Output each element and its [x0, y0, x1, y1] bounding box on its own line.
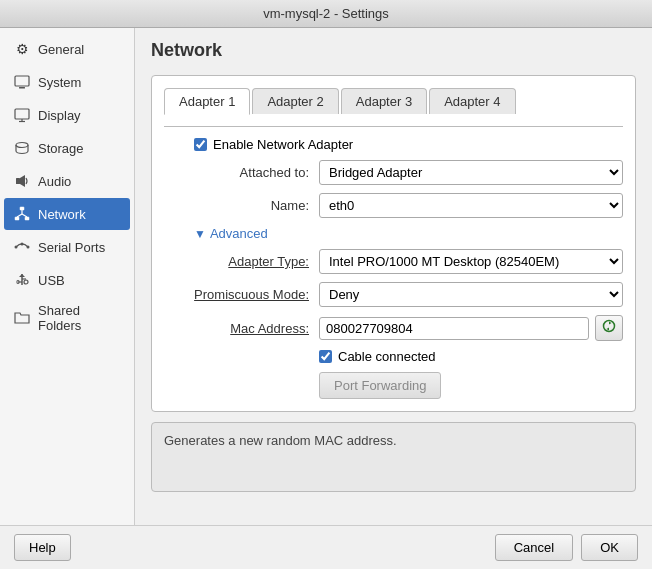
- network-icon: [12, 204, 32, 224]
- sidebar-item-general[interactable]: ⚙ General: [4, 33, 130, 65]
- promiscuous-control: Deny: [319, 282, 623, 307]
- sidebar: ⚙ General System Display Storage Audio: [0, 28, 135, 525]
- svg-rect-0: [15, 76, 29, 86]
- sidebar-item-network[interactable]: Network: [4, 198, 130, 230]
- mac-address-control: 080027709804: [319, 315, 623, 341]
- adapter-type-row: Adapter Type: Intel PRO/1000 MT Desktop …: [164, 249, 623, 274]
- audio-icon: [12, 171, 32, 191]
- page-title: Network: [151, 40, 636, 61]
- name-select[interactable]: eth0: [319, 193, 623, 218]
- svg-point-5: [16, 143, 28, 148]
- help-button[interactable]: Help: [14, 534, 71, 561]
- sidebar-label-general: General: [38, 42, 84, 57]
- name-label: Name:: [164, 198, 319, 213]
- info-box: Generates a new random MAC address.: [151, 422, 636, 492]
- sidebar-item-shared-folders[interactable]: Shared Folders: [4, 297, 130, 339]
- svg-rect-8: [20, 207, 24, 210]
- main-content: Network Adapter 1 Adapter 2 Adapter 3 Ad…: [135, 28, 652, 525]
- cable-connected-row: Cable connected: [319, 349, 623, 364]
- tab-adapter4[interactable]: Adapter 4: [429, 88, 515, 114]
- port-forwarding-button[interactable]: Port Forwarding: [319, 372, 441, 399]
- attached-to-select[interactable]: Bridged Adapter: [319, 160, 623, 185]
- advanced-arrow-icon: ▼: [194, 227, 206, 241]
- sidebar-item-system[interactable]: System: [4, 66, 130, 98]
- port-forwarding-row: Port Forwarding: [164, 372, 623, 399]
- sidebar-label-serial-ports: Serial Ports: [38, 240, 105, 255]
- svg-rect-9: [15, 217, 19, 220]
- sidebar-label-usb: USB: [38, 273, 65, 288]
- promiscuous-row: Promiscuous Mode: Deny: [164, 282, 623, 307]
- name-control: eth0: [319, 193, 623, 218]
- adapter-tabs: Adapter 1 Adapter 2 Adapter 3 Adapter 4: [164, 88, 623, 114]
- footer-right-buttons: Cancel OK: [495, 534, 638, 561]
- enable-adapter-checkbox[interactable]: [194, 138, 207, 151]
- name-row: Name: eth0: [164, 193, 623, 218]
- info-text: Generates a new random MAC address.: [164, 433, 397, 448]
- adapter-type-select[interactable]: Intel PRO/1000 MT Desktop (82540EM): [319, 249, 623, 274]
- svg-rect-10: [25, 217, 29, 220]
- serial-ports-icon: [12, 237, 32, 257]
- usb-icon: [12, 270, 32, 290]
- advanced-label: Advanced: [210, 226, 268, 241]
- attached-to-row: Attached to: Bridged Adapter: [164, 160, 623, 185]
- adapter-type-label: Adapter Type:: [164, 254, 319, 269]
- general-icon: ⚙: [12, 39, 32, 59]
- attached-to-control: Bridged Adapter: [319, 160, 623, 185]
- mac-refresh-icon: [601, 318, 617, 338]
- title-bar: vm-mysql-2 - Settings: [0, 0, 652, 28]
- svg-marker-7: [20, 175, 25, 187]
- cable-connected-label[interactable]: Cable connected: [338, 349, 436, 364]
- sidebar-label-display: Display: [38, 108, 81, 123]
- footer: Help Cancel OK: [0, 525, 652, 569]
- tab-adapter2[interactable]: Adapter 2: [252, 88, 338, 114]
- tab-adapter3[interactable]: Adapter 3: [341, 88, 427, 114]
- mac-address-label: Mac Address:: [164, 321, 319, 336]
- sidebar-item-display[interactable]: Display: [4, 99, 130, 131]
- storage-icon: [12, 138, 32, 158]
- svg-line-13: [22, 214, 27, 217]
- promiscuous-select[interactable]: Deny: [319, 282, 623, 307]
- adapter-type-control: Intel PRO/1000 MT Desktop (82540EM): [319, 249, 623, 274]
- help-label: Help: [29, 540, 56, 555]
- cancel-button[interactable]: Cancel: [495, 534, 573, 561]
- mac-address-input[interactable]: 080027709804: [319, 317, 589, 340]
- attached-to-label: Attached to:: [164, 165, 319, 180]
- svg-line-12: [17, 214, 22, 217]
- svg-point-16: [27, 246, 30, 249]
- svg-point-19: [24, 280, 28, 284]
- window-title: vm-mysql-2 - Settings: [263, 6, 389, 21]
- shared-folders-icon: [12, 308, 32, 328]
- promiscuous-label: Promiscuous Mode:: [164, 287, 319, 302]
- sidebar-item-storage[interactable]: Storage: [4, 132, 130, 164]
- mac-address-row: Mac Address: 080027709804: [164, 315, 623, 341]
- enable-adapter-label[interactable]: Enable Network Adapter: [213, 137, 353, 152]
- cable-connected-checkbox[interactable]: [319, 350, 332, 363]
- mac-refresh-button[interactable]: [595, 315, 623, 341]
- sidebar-item-usb[interactable]: USB: [4, 264, 130, 296]
- enable-adapter-row: Enable Network Adapter: [164, 137, 623, 152]
- sidebar-item-audio[interactable]: Audio: [4, 165, 130, 197]
- sidebar-label-shared-folders: Shared Folders: [38, 303, 122, 333]
- sidebar-label-network: Network: [38, 207, 86, 222]
- mac-row: 080027709804: [319, 315, 623, 341]
- sidebar-item-serial-ports[interactable]: Serial Ports: [4, 231, 130, 263]
- svg-point-15: [21, 243, 24, 246]
- sidebar-label-storage: Storage: [38, 141, 84, 156]
- display-icon: [12, 105, 32, 125]
- advanced-toggle[interactable]: ▼ Advanced: [164, 226, 623, 241]
- tab-adapter1[interactable]: Adapter 1: [164, 88, 250, 115]
- network-card: Adapter 1 Adapter 2 Adapter 3 Adapter 4 …: [151, 75, 636, 412]
- tab-content-adapter1: Enable Network Adapter Attached to: Brid…: [164, 126, 623, 399]
- svg-rect-2: [15, 109, 29, 119]
- svg-rect-6: [16, 178, 20, 184]
- svg-rect-1: [19, 87, 25, 89]
- sidebar-label-audio: Audio: [38, 174, 71, 189]
- svg-point-14: [15, 246, 18, 249]
- system-icon: [12, 72, 32, 92]
- ok-button[interactable]: OK: [581, 534, 638, 561]
- sidebar-label-system: System: [38, 75, 81, 90]
